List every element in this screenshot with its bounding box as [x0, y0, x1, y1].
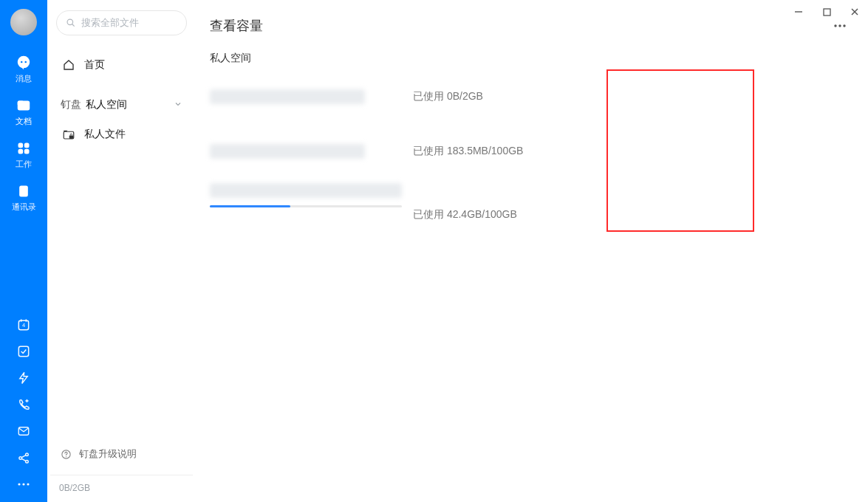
svg-line-23 [21, 455, 26, 457]
search-icon [66, 18, 76, 28]
svg-point-33 [66, 456, 66, 457]
svg-rect-13 [19, 186, 28, 197]
window-minimize-button[interactable] [791, 4, 806, 19]
quota-footer: 0B/2GB [56, 483, 187, 502]
storage-row-name [210, 143, 402, 159]
docs-icon [16, 97, 32, 114]
storage-row-usage: 已使用 0B/2GB [413, 90, 483, 103]
svg-line-29 [72, 24, 75, 27]
svg-rect-1 [824, 9, 830, 16]
section-label: 私人空间 [197, 52, 868, 65]
crumb-private-space: 私人空间 [86, 98, 127, 111]
svg-rect-8 [18, 101, 24, 106]
rail-item-docs[interactable]: 文档 [0, 92, 47, 134]
rail-item-label: 工作 [16, 159, 32, 170]
rail-mini-flash[interactable] [0, 365, 47, 391]
rail-mini-calendar[interactable]: 4 [0, 312, 47, 338]
sidebar-item-label: 私人文件 [84, 128, 182, 141]
usage-bar-track [210, 205, 402, 207]
svg-point-20 [18, 456, 21, 459]
storage-row-usage: 已使用 183.5MB/100GB [413, 145, 523, 158]
svg-point-6 [24, 61, 27, 63]
rail-item-messages[interactable]: 消息 [0, 49, 47, 92]
upgrade-label: 钉盘升级说明 [79, 447, 137, 461]
window-close-button[interactable] [847, 4, 862, 19]
svg-rect-10 [24, 143, 30, 148]
sidebar-item-label: 首页 [84, 58, 182, 72]
rail-mini-more[interactable] [0, 471, 47, 498]
svg-point-34 [834, 24, 836, 27]
chevron-down-icon [174, 99, 182, 111]
contacts-icon [16, 183, 31, 199]
page-title: 查看容量 [210, 17, 263, 35]
sidebar-item-home[interactable]: 首页 [56, 50, 187, 80]
app-window: 消息 文档 工作 通讯录 4 [0, 0, 868, 502]
avatar[interactable] [10, 9, 37, 35]
storage-row-usage: 已使用 42.4GB/100GB [413, 208, 517, 221]
svg-rect-18 [18, 346, 28, 356]
rail-item-label: 消息 [16, 73, 32, 84]
storage-row-name [210, 183, 402, 207]
rail-item-contacts[interactable]: 通讯录 [0, 177, 47, 220]
help-icon [61, 449, 72, 460]
folder-lock-icon [61, 128, 77, 141]
main-content: 查看容量 私人空间 已使用 0B/2GB 已使用 183.5MB/100GB [197, 0, 868, 502]
window-controls [791, 4, 862, 19]
usage-bar-fill [210, 205, 290, 207]
svg-point-36 [843, 24, 845, 27]
svg-point-35 [838, 24, 841, 27]
more-icon [833, 24, 847, 28]
home-icon [61, 58, 77, 72]
sidebar-upgrade-link[interactable]: 钉盘升级说明 [56, 442, 187, 466]
rail-item-label: 文档 [16, 116, 32, 127]
svg-point-5 [21, 61, 23, 63]
svg-rect-31 [69, 136, 73, 140]
svg-point-25 [18, 483, 20, 485]
svg-line-24 [21, 458, 26, 461]
svg-point-28 [67, 19, 73, 25]
search-placeholder: 搜索全部文件 [81, 16, 139, 30]
rail-item-work[interactable]: 工作 [0, 134, 47, 177]
sidebar-item-private-files[interactable]: 私人文件 [56, 120, 187, 149]
chat-icon [16, 55, 32, 71]
svg-rect-11 [18, 149, 24, 154]
rail-mini-mail[interactable] [0, 418, 47, 444]
main-header: 查看容量 [197, 0, 868, 52]
apps-icon [16, 140, 31, 157]
svg-point-21 [25, 453, 28, 455]
sidebar: 搜索全部文件 首页 钉盘 私人空间 私人文件 钉盘升级说明 [47, 0, 197, 502]
window-maximize-button[interactable] [819, 4, 834, 19]
storage-row-name [210, 89, 402, 105]
storage-row: 已使用 42.4GB/100GB [210, 179, 855, 239]
divider [50, 475, 193, 475]
storage-row: 已使用 0B/2GB [210, 69, 855, 124]
rail-mini-phone[interactable] [0, 391, 47, 418]
svg-point-22 [25, 460, 28, 463]
nav-rail: 消息 文档 工作 通讯录 4 [0, 0, 47, 502]
svg-rect-9 [18, 143, 24, 148]
rail-mini-share[interactable] [0, 444, 47, 471]
svg-rect-12 [24, 149, 30, 154]
svg-point-26 [22, 483, 24, 485]
svg-point-4 [18, 56, 30, 69]
rail-item-label: 通讯录 [12, 202, 36, 213]
crumb-drive: 钉盘 [61, 98, 81, 111]
svg-point-27 [27, 483, 29, 485]
storage-row: 已使用 183.5MB/100GB [210, 124, 855, 179]
svg-text:4: 4 [22, 322, 25, 329]
rail-mini-task[interactable] [0, 338, 47, 365]
storage-list: 已使用 0B/2GB 已使用 183.5MB/100GB 已使用 42.4GB/… [197, 69, 868, 239]
sidebar-item-drive-space[interactable]: 钉盘 私人空间 [56, 90, 187, 120]
search-input[interactable]: 搜索全部文件 [56, 10, 187, 35]
